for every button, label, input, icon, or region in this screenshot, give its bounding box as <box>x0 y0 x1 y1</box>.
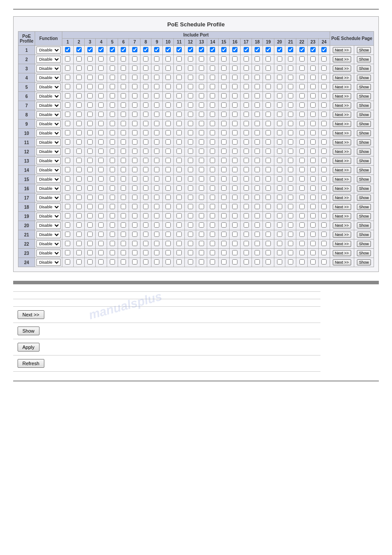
port-cb-row7-p14[interactable] <box>210 102 215 108</box>
show-cell-19[interactable]: Show <box>354 212 374 221</box>
port-cb-row1-p11[interactable] <box>176 47 182 52</box>
port-cell-row1-p16[interactable] <box>229 46 240 55</box>
show-btn-12[interactable]: Show <box>357 149 371 155</box>
port-cell-row8-p9[interactable] <box>151 110 162 120</box>
next-btn-14[interactable]: Next >> <box>333 167 351 173</box>
port-cell-row12-p21[interactable] <box>285 147 296 156</box>
port-cb-row6-p16[interactable] <box>232 93 237 98</box>
port-cb-row11-p10[interactable] <box>165 139 171 145</box>
port-cb-row24-p15[interactable] <box>221 259 227 265</box>
port-cell-row22-p1[interactable] <box>62 239 73 249</box>
next-cell-5[interactable]: Next >> <box>330 83 354 92</box>
show-cell-7[interactable]: Show <box>354 101 374 110</box>
port-cell-row6-p12[interactable] <box>185 92 196 101</box>
port-cb-row19-p2[interactable] <box>76 213 82 218</box>
port-cell-row11-p15[interactable] <box>218 138 229 147</box>
port-cell-row19-p8[interactable] <box>140 212 151 221</box>
port-cell-row6-p8[interactable] <box>140 92 151 101</box>
port-cell-row22-p10[interactable] <box>162 239 173 249</box>
port-cell-row5-p19[interactable] <box>263 83 274 92</box>
port-cb-row20-p10[interactable] <box>165 222 171 228</box>
port-cell-row21-p2[interactable] <box>73 230 84 239</box>
show-btn-1[interactable]: Show <box>357 47 371 53</box>
port-cell-row19-p18[interactable] <box>252 212 263 221</box>
port-cb-row24-p5[interactable] <box>110 259 115 265</box>
port-cell-row15-p18[interactable] <box>252 175 263 184</box>
port-cell-row23-p2[interactable] <box>73 249 84 258</box>
port-cb-row9-p7[interactable] <box>132 121 137 126</box>
port-cell-row9-p19[interactable] <box>263 120 274 129</box>
port-cell-row17-p24[interactable] <box>319 193 330 203</box>
port-cell-row3-p24[interactable] <box>319 64 330 73</box>
port-cb-row17-p7[interactable] <box>132 195 137 200</box>
port-cell-row8-p23[interactable] <box>307 110 318 120</box>
port-cell-row23-p20[interactable] <box>274 249 285 258</box>
port-cell-row4-p13[interactable] <box>196 73 207 83</box>
port-cb-row17-p11[interactable] <box>176 195 182 200</box>
port-cb-row17-p18[interactable] <box>255 195 260 200</box>
port-cb-row14-p14[interactable] <box>210 167 215 172</box>
port-cell-row6-p24[interactable] <box>319 92 330 101</box>
port-cb-row9-p22[interactable] <box>299 121 305 126</box>
port-cb-row11-p15[interactable] <box>221 139 227 145</box>
port-cb-row16-p16[interactable] <box>232 185 237 191</box>
port-cb-row23-p6[interactable] <box>121 250 126 255</box>
port-cell-row23-p8[interactable] <box>140 249 151 258</box>
func-select-22[interactable]: DisableEnable <box>36 240 61 247</box>
port-cell-row22-p22[interactable] <box>296 239 307 249</box>
port-cb-row13-p16[interactable] <box>232 158 237 163</box>
func-cell-16[interactable]: DisableEnable <box>35 184 62 193</box>
port-cb-row18-p13[interactable] <box>199 204 204 209</box>
port-cell-row4-p24[interactable] <box>319 73 330 83</box>
port-cb-row2-p20[interactable] <box>277 56 282 62</box>
port-cb-row19-p3[interactable] <box>87 213 93 218</box>
port-cell-row2-p15[interactable] <box>218 55 229 64</box>
port-cb-row9-p1[interactable] <box>65 121 70 126</box>
show-btn-5[interactable]: Show <box>357 84 371 90</box>
port-cb-row7-p7[interactable] <box>132 102 137 108</box>
port-cell-row18-p17[interactable] <box>241 203 252 212</box>
port-cb-row16-p12[interactable] <box>188 185 193 191</box>
port-cb-row11-p24[interactable] <box>321 139 327 145</box>
port-cell-row17-p1[interactable] <box>62 193 73 203</box>
port-cell-row23-p9[interactable] <box>151 249 162 258</box>
next-btn-21[interactable]: Next >> <box>333 232 351 238</box>
port-cb-row7-p4[interactable] <box>98 102 104 108</box>
port-cell-row4-p9[interactable] <box>151 73 162 83</box>
port-cell-row13-p13[interactable] <box>196 156 207 166</box>
port-cb-row20-p6[interactable] <box>121 222 126 228</box>
port-cell-row7-p20[interactable] <box>274 101 285 110</box>
port-cb-row10-p21[interactable] <box>288 130 293 135</box>
port-cell-row15-p14[interactable] <box>207 175 218 184</box>
port-cell-row7-p14[interactable] <box>207 101 218 110</box>
port-cell-row16-p8[interactable] <box>140 184 151 193</box>
port-cb-row8-p17[interactable] <box>244 112 249 117</box>
port-cb-row6-p3[interactable] <box>87 93 93 98</box>
port-cb-row17-p24[interactable] <box>321 195 327 200</box>
port-cb-row6-p22[interactable] <box>299 93 305 98</box>
port-cell-row13-p11[interactable] <box>174 156 185 166</box>
port-cell-row18-p16[interactable] <box>229 203 240 212</box>
port-cb-row24-p9[interactable] <box>154 259 159 265</box>
port-cb-row22-p8[interactable] <box>143 241 148 246</box>
port-cb-row20-p11[interactable] <box>176 222 182 228</box>
port-cb-row9-p8[interactable] <box>143 121 148 126</box>
port-cb-row15-p14[interactable] <box>210 176 215 181</box>
func-cell-4[interactable]: DisableEnable <box>35 73 62 83</box>
port-cell-row10-p5[interactable] <box>107 129 118 138</box>
port-cell-row21-p15[interactable] <box>218 230 229 239</box>
port-cell-row17-p4[interactable] <box>96 193 107 203</box>
port-cell-row23-p15[interactable] <box>218 249 229 258</box>
port-cell-row16-p20[interactable] <box>274 184 285 193</box>
port-cb-row3-p8[interactable] <box>143 65 148 71</box>
port-cb-row6-p18[interactable] <box>255 93 260 98</box>
port-cb-row12-p2[interactable] <box>76 149 82 154</box>
port-cb-row11-p9[interactable] <box>154 139 159 145</box>
port-cell-row16-p21[interactable] <box>285 184 296 193</box>
port-cell-row18-p14[interactable] <box>207 203 218 212</box>
port-cb-row7-p15[interactable] <box>221 102 227 108</box>
port-cb-row8-p19[interactable] <box>266 112 271 117</box>
port-cell-row9-p6[interactable] <box>118 120 129 129</box>
port-cb-row3-p3[interactable] <box>87 65 93 71</box>
port-cb-row14-p2[interactable] <box>76 167 82 172</box>
